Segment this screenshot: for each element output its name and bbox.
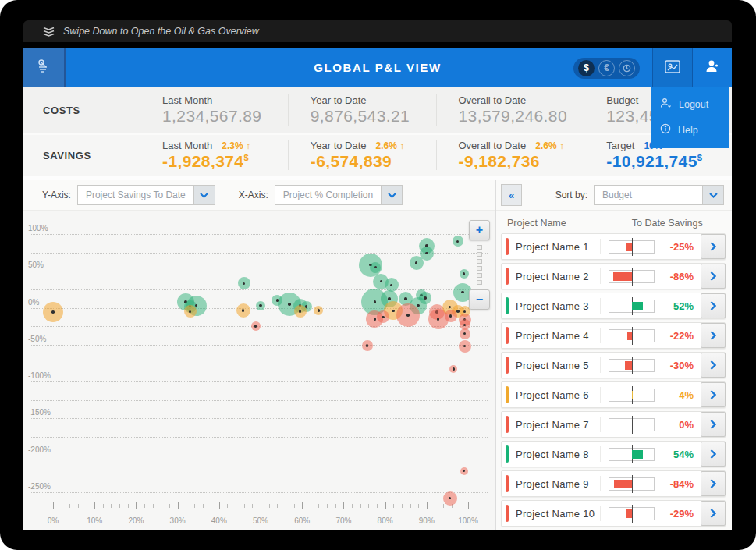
chart-bubble[interactable] <box>377 310 389 323</box>
x-axis-tick <box>53 502 54 509</box>
y-axis-tick-label: 50% <box>28 261 44 269</box>
bubble-center-dot <box>51 310 55 314</box>
table-row[interactable]: Project Name 4-22% <box>501 322 726 349</box>
x-axis-select[interactable]: Project % Completion <box>275 185 403 205</box>
row-expand-button[interactable] <box>701 442 726 467</box>
bullet-midline <box>632 327 634 345</box>
chart-gridline <box>30 364 488 364</box>
chart-bubble[interactable] <box>420 247 434 261</box>
savings-ytd-value: -6,574,839 <box>311 152 436 171</box>
chart-bubble[interactable] <box>460 467 468 475</box>
chart-bubble[interactable] <box>184 305 197 318</box>
row-expand-button[interactable] <box>701 471 726 496</box>
savings-percent: 4% <box>655 389 697 401</box>
x-axis-tick <box>252 504 253 508</box>
clock-currency-button[interactable] <box>619 60 635 76</box>
chart-bubble[interactable] <box>449 365 457 373</box>
savings-percent: 0% <box>655 419 697 431</box>
x-axis-tick <box>286 504 286 508</box>
savings-overall-value: -9,182,736 <box>459 152 584 171</box>
table-row[interactable]: Project Name 10-29% <box>501 500 726 527</box>
row-divider <box>600 239 601 254</box>
bubble-center-dot <box>243 282 246 286</box>
row-expand-button[interactable] <box>701 501 726 526</box>
bubble-center-dot <box>374 266 378 269</box>
row-expand-button[interactable] <box>701 293 726 318</box>
chart-bubble[interactable] <box>370 262 381 273</box>
currency-euro-button[interactable]: € <box>598 60 615 76</box>
table-row[interactable]: Project Name 2-86% <box>501 263 726 289</box>
x-axis-tick <box>385 502 386 509</box>
table-row[interactable]: Project Name 70% <box>501 411 726 438</box>
currency-dollar-button[interactable]: $ <box>578 60 595 76</box>
collapse-panel-button[interactable]: « <box>501 184 522 206</box>
chart-gridline <box>30 418 488 419</box>
y-axis-select[interactable]: Project Savings To Date <box>77 185 215 205</box>
table-row[interactable]: Project Name 5-30% <box>501 352 726 378</box>
chart-bubble[interactable] <box>460 269 469 279</box>
user-menu-button[interactable] <box>693 48 732 87</box>
x-axis-tick <box>236 504 236 508</box>
chart-gridline <box>30 400 488 401</box>
chart-bubble[interactable] <box>443 491 457 506</box>
bubble-chart[interactable]: + − 100%50%0%-50%-100%-150%-200%-250%0%1… <box>23 211 495 530</box>
chart-bubble[interactable] <box>460 328 470 339</box>
bubble-center-dot <box>318 309 321 312</box>
chart-bubble[interactable] <box>294 305 307 318</box>
bubble-center-dot <box>415 261 418 264</box>
chart-bubble[interactable] <box>238 277 250 289</box>
row-expand-button[interactable] <box>701 234 726 259</box>
menu-item-logout[interactable]: Logout <box>651 91 729 117</box>
savings-bullet-chart <box>609 418 655 431</box>
chart-section: Y-Axis: Project Savings To Date X-Axis: … <box>23 180 496 530</box>
x-axis-tick-label: 60% <box>294 516 310 525</box>
logout-person-icon <box>660 98 672 111</box>
table-row[interactable]: Project Name 9-84% <box>501 470 726 497</box>
user-icon <box>705 59 720 76</box>
table-row[interactable]: Project Name 110% <box>501 530 726 530</box>
chart-bubble[interactable] <box>459 340 471 353</box>
chart-bubble[interactable] <box>43 302 63 322</box>
savings-bullet-chart <box>609 477 655 491</box>
chart-gridline <box>30 437 488 438</box>
chevron-right-icon <box>710 360 716 370</box>
chart-bubble[interactable] <box>256 301 265 310</box>
chart-bubble[interactable] <box>419 292 431 304</box>
savings-label: SAVINGS <box>23 150 140 161</box>
x-axis-tick <box>94 502 95 509</box>
zoom-slider[interactable] <box>477 245 482 285</box>
zoom-out-button[interactable]: − <box>469 289 490 310</box>
table-row[interactable]: Project Name 854% <box>501 441 726 467</box>
table-row[interactable]: Project Name 1-25% <box>501 233 726 260</box>
row-expand-button[interactable] <box>701 264 726 289</box>
project-name: Project Name 10 <box>516 508 600 520</box>
table-row[interactable]: Project Name 352% <box>501 293 726 319</box>
chart-bubble[interactable] <box>453 236 463 247</box>
row-status-bar <box>506 386 509 403</box>
row-status-bar <box>506 238 509 255</box>
chart-bubble[interactable] <box>314 306 323 315</box>
row-expand-button[interactable] <box>701 382 726 407</box>
chart-bubble[interactable] <box>236 303 250 318</box>
x-axis-tick <box>261 502 261 509</box>
y-axis-tick-label: 0% <box>28 298 39 307</box>
savings-summary-strip: SAVINGS Last Month 2.3% ↑ -1,928,374$ Ye… <box>23 135 732 180</box>
row-expand-button[interactable] <box>701 353 726 378</box>
chart-bubble[interactable] <box>362 340 373 351</box>
row-expand-button[interactable] <box>701 323 726 348</box>
row-expand-button[interactable] <box>701 412 726 437</box>
savings-percent: -29% <box>655 508 697 520</box>
chart-image-icon <box>665 60 680 76</box>
chart-gridline <box>30 492 488 493</box>
menu-item-help[interactable]: Help <box>651 117 729 143</box>
chart-bubble[interactable] <box>396 303 420 327</box>
table-row[interactable]: Project Name 64% <box>501 381 726 408</box>
y-axis-label: Y-Axis: <box>42 190 71 200</box>
chart-bubble[interactable] <box>445 310 457 322</box>
swipe-down-bar[interactable]: Swipe Down to Open the Oil & Gas Overvie… <box>23 20 732 42</box>
chart-bubble[interactable] <box>251 321 261 331</box>
sort-by-select[interactable]: Budget <box>594 185 724 205</box>
chart-image-button[interactable] <box>652 48 693 87</box>
zoom-in-button[interactable]: + <box>469 220 490 240</box>
x-axis-tick-label: 100% <box>458 516 478 525</box>
